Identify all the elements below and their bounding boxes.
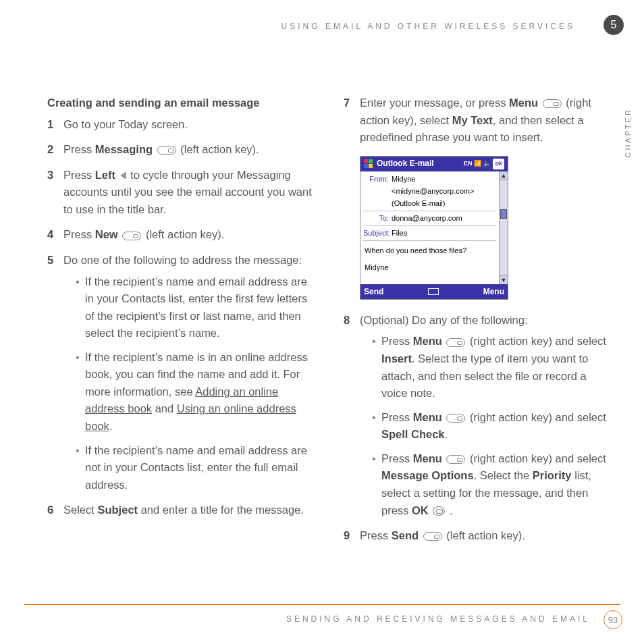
softkey-icon (423, 532, 442, 541)
step-5: Do one of the following to address the m… (47, 252, 318, 493)
signal-icon: 📶 (474, 159, 481, 169)
from-value: Midyne (392, 173, 496, 185)
step-7: Enter your message, or press Menu (right… (344, 95, 614, 300)
step-1: Go to your Today screen. (47, 116, 318, 134)
phone-status: EN (464, 159, 473, 169)
softkey-icon (446, 455, 465, 464)
steps-list-left: Go to your Today screen. Press Messaging… (47, 116, 318, 519)
speaker-icon: 🔈 (483, 159, 491, 169)
scroll-up-icon: ▲ (500, 171, 508, 180)
page-number: 93 (603, 610, 622, 629)
step-2: Press Messaging (left action key). (47, 141, 318, 159)
step-8: (Optional) Do any of the following: Pres… (344, 312, 614, 519)
step-9: Press Send (left action key). (344, 527, 614, 545)
softkey-icon (543, 99, 562, 108)
softkey-icon (446, 338, 465, 347)
bullet: Press Menu (right action key) and select… (372, 450, 614, 519)
bullet: Press Menu (right action key) and select… (372, 333, 614, 402)
from-account: (Outlook E-mail) (392, 198, 496, 209)
windows-flag-icon (364, 159, 373, 169)
left-column: Creating and sending an email message Go… (47, 95, 318, 553)
phone-send-softkey: Send (364, 286, 383, 298)
footer-text: SENDING AND RECEIVING MESSAGES AND EMAIL (286, 614, 590, 624)
phone-title: Outlook E-mail (377, 157, 434, 170)
to-label: To: (363, 213, 392, 224)
step-4: Press New (left action key). (47, 226, 318, 244)
email-body-line: When do you need those files? (365, 245, 495, 257)
right-column: Enter your message, or press Menu (right… (344, 95, 614, 553)
subject-label: Subject: (363, 227, 392, 239)
phone-ok-button: ok (493, 159, 504, 169)
keyboard-icon (428, 288, 439, 295)
subject-value: Files (392, 227, 496, 239)
step-3: Press Left to cycle through your Messagi… (47, 167, 318, 219)
bullet: If the recipient’s name and email addres… (76, 442, 318, 494)
bullet: Press Menu (right action key) and select… (372, 409, 614, 444)
phone-menu-softkey: Menu (483, 286, 504, 298)
phone-screenshot: Outlook E-mail EN 📶 🔈 ok From:Midyne <mi… (360, 156, 508, 300)
from-email: <midyne@anycorp.com> (392, 186, 496, 197)
to-value: donna@anycorp.com (392, 213, 496, 224)
from-label: From: (363, 173, 392, 185)
bullet: If the recipient’s name is in an online … (76, 349, 318, 435)
steps-list-right: Enter your message, or press Menu (right… (344, 95, 614, 545)
phone-softkey-bar: Send Menu (360, 284, 508, 299)
softkey-icon (122, 232, 141, 240)
softkey-icon (446, 414, 465, 423)
phone-titlebar: Outlook E-mail EN 📶 🔈 ok (360, 157, 508, 171)
ok-button-icon (433, 506, 445, 516)
chapter-number-badge: 5 (603, 15, 624, 35)
bullet: If the recipient’s name and email addres… (76, 273, 318, 342)
phone-scrollbar: ▲ ▼ (499, 171, 508, 284)
softkey-icon (157, 146, 176, 155)
chapter-label: CHAPTER (624, 108, 632, 158)
left-arrow-icon (120, 171, 126, 180)
scroll-down-icon: ▼ (500, 275, 508, 284)
section-title: Creating and sending an email message (47, 95, 318, 112)
email-body-signature: Midyne (365, 262, 495, 273)
step-6: Select Subject and enter a title for the… (47, 502, 318, 519)
scroll-thumb (500, 209, 507, 219)
running-head: USING EMAIL AND OTHER WIRELESS SERVICES (281, 22, 575, 31)
footer-rule (24, 604, 620, 605)
